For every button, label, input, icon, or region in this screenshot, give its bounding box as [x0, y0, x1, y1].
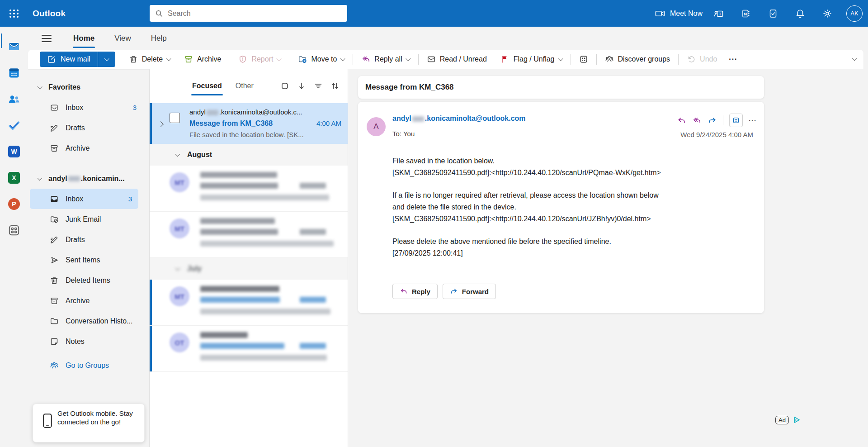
hamburger-menu-icon[interactable] [39, 31, 54, 46]
avatar[interactable]: MT [170, 172, 189, 192]
list-item-selected-message[interactable]: andyl.konicaminolta@outlook.c... Message… [150, 103, 348, 144]
folder-conversation-history[interactable]: Conversation Histo... [28, 311, 149, 331]
groups-icon [605, 55, 614, 64]
tab-focused[interactable]: Focused [191, 80, 223, 92]
meet-now-button[interactable]: Meet Now [655, 8, 703, 19]
forward-icon[interactable] [708, 116, 717, 125]
board-view-button[interactable] [576, 52, 592, 67]
forward-button[interactable]: Forward [443, 284, 496, 299]
list-item-redacted[interactable]: MT [150, 166, 348, 212]
folder-deleted-items[interactable]: Deleted Items [28, 270, 149, 290]
calendar-module-icon[interactable] [7, 67, 21, 79]
new-mail-button[interactable]: New mail [40, 52, 115, 67]
flag-unflag-button[interactable]: Flag / Unflag [497, 52, 566, 67]
folder-drafts[interactable]: Drafts [28, 229, 149, 250]
folder-sent-items[interactable]: Sent Items [28, 250, 149, 270]
adchoices-icon[interactable] [793, 415, 802, 424]
folder-favorites-archive[interactable]: Archive [28, 138, 149, 158]
account-section-header[interactable]: andyl.konicamin... [28, 168, 149, 189]
list-item-redacted-unread[interactable]: OT [150, 326, 348, 372]
settings-gear-icon[interactable] [816, 3, 838, 24]
folder-notes[interactable]: Notes [28, 331, 149, 352]
list-item-redacted-unread[interactable]: MT [150, 280, 348, 326]
go-to-groups-link[interactable]: Go to Groups [28, 355, 149, 376]
apps-grid-button[interactable] [729, 114, 743, 127]
unread-accent-bar [150, 280, 152, 325]
sender-avatar[interactable]: A [367, 117, 386, 136]
todo-icon[interactable] [762, 3, 784, 24]
message-checkbox[interactable] [170, 113, 180, 123]
redacted-sender [200, 172, 277, 178]
favorites-section-header[interactable]: Favorites [28, 77, 149, 97]
ribbon-tab-row: Home View Help [28, 27, 168, 50]
message-list-header: Focused Other [150, 69, 348, 103]
select-messages-icon[interactable] [280, 81, 289, 90]
search-icon [155, 10, 163, 18]
group-header-august[interactable]: August [150, 144, 348, 166]
toolbar-collapse-chevron[interactable] [852, 56, 857, 61]
avatar[interactable]: OT [170, 333, 189, 352]
redacted-sender [200, 286, 279, 292]
junk-folder-icon [50, 215, 59, 224]
folder-favorites-inbox[interactable]: Inbox 3 [28, 97, 149, 118]
toolbar-more-button[interactable]: ··· [725, 52, 741, 66]
reply-all-button[interactable]: Reply all [358, 52, 413, 67]
sort-icon[interactable] [330, 81, 340, 90]
search-box[interactable] [150, 5, 347, 22]
filter-icon[interactable] [314, 81, 323, 90]
move-down-icon[interactable] [297, 81, 306, 90]
tab-other[interactable]: Other [235, 80, 255, 92]
get-outlook-mobile-card[interactable]: Get Outlook mobile. Stay connected on th… [33, 404, 145, 442]
discover-groups-button[interactable]: Discover groups [601, 52, 674, 67]
app-launcher-icon[interactable] [4, 3, 24, 24]
reply-button[interactable]: Reply [392, 284, 438, 299]
new-mail-dropdown[interactable] [98, 52, 115, 67]
tab-help[interactable]: Help [150, 32, 168, 45]
folder-archive[interactable]: Archive [28, 290, 149, 311]
inbox-filled-icon [50, 195, 59, 204]
excel-module-icon[interactable]: X [7, 171, 21, 184]
redacted-date [300, 229, 326, 235]
sender-email-link[interactable]: andyl.konicaminolta@outlook.com [392, 114, 526, 123]
report-button[interactable]: Report [235, 52, 284, 67]
onenote-icon[interactable]: N [735, 3, 757, 24]
search-input[interactable] [167, 9, 347, 18]
more-apps-icon[interactable] [7, 224, 21, 237]
chevron-down-icon [37, 84, 42, 89]
undo-button[interactable]: Undo [683, 52, 721, 67]
tab-view[interactable]: View [113, 32, 132, 45]
trash-icon [129, 55, 138, 64]
folder-favorites-drafts[interactable]: Drafts [28, 118, 149, 138]
group-header-july[interactable]: July [150, 258, 348, 280]
teams-icon[interactable]: T [708, 3, 730, 24]
body-line: Please delete the above mentioned file b… [392, 236, 750, 247]
list-item-redacted[interactable]: MT [150, 212, 348, 258]
notifications-bell-icon[interactable] [789, 3, 811, 24]
people-module-icon[interactable] [7, 93, 21, 105]
message-sender: andyl.konicaminolta@outlook.c... [189, 107, 341, 118]
ad-badge[interactable]: Ad [775, 416, 789, 424]
avatar[interactable]: MT [170, 219, 189, 238]
powerpoint-module-icon[interactable]: P [7, 198, 21, 210]
move-to-button[interactable]: Move to [294, 52, 348, 67]
word-module-icon[interactable]: W [7, 145, 21, 158]
read-unread-button[interactable]: Read / Unread [423, 52, 491, 67]
tab-home[interactable]: Home [72, 32, 95, 45]
todo-module-icon[interactable] [7, 119, 21, 132]
reply-all-icon[interactable] [692, 116, 702, 125]
avatar[interactable]: MT [170, 286, 189, 306]
delete-button[interactable]: Delete [125, 52, 174, 67]
archive-button[interactable]: Archive [180, 52, 225, 67]
reply-all-icon [361, 55, 370, 64]
mail-module-icon[interactable] [7, 40, 21, 53]
body-line: File saved in the location below. [392, 155, 750, 167]
message-more-button[interactable]: ··· [749, 117, 757, 124]
body-line: and delete the file stored in the device… [392, 201, 750, 213]
folder-junk-email[interactable]: Junk Email [28, 209, 149, 229]
folder-inbox-selected[interactable]: Inbox 3 [30, 189, 138, 209]
account-avatar[interactable]: AK [846, 5, 863, 22]
reply-icon[interactable] [677, 116, 686, 125]
expand-conversation-chevron[interactable] [158, 121, 164, 127]
redacted-date [300, 343, 326, 349]
reading-pane: Message from KM_C368 A andyl.konicaminol… [348, 69, 868, 447]
